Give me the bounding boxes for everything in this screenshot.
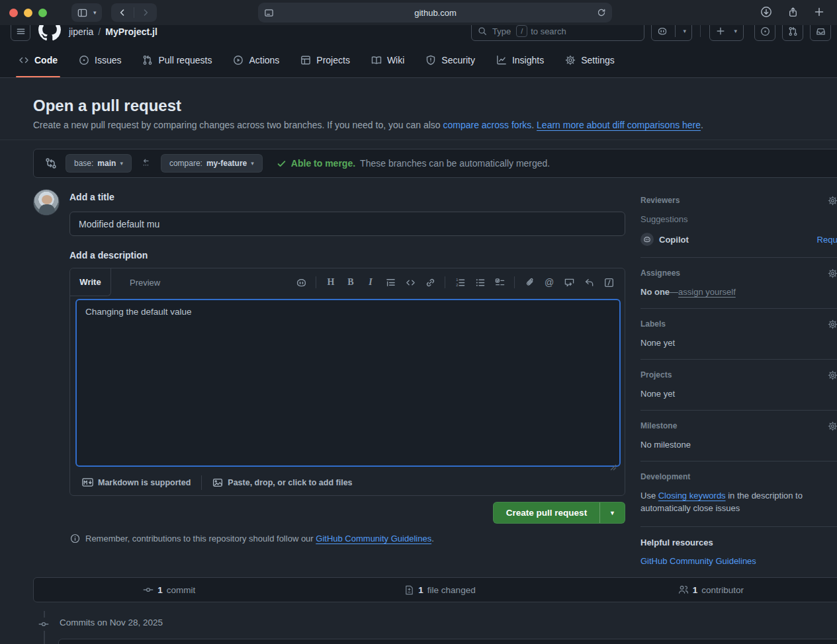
editor-tabs: Write Preview H B I [70, 268, 625, 296]
tab-pull-requests[interactable]: Pull requests [133, 43, 221, 77]
italic-button[interactable]: I [361, 273, 380, 292]
reload-icon[interactable] [597, 8, 606, 17]
github-header: jiperia / MyProject.jl Type / to search … [0, 25, 837, 78]
commit-list-box [58, 639, 837, 644]
projects-title: Projects [640, 370, 672, 380]
new-tab-button[interactable] [808, 3, 830, 21]
quote-button[interactable] [381, 273, 400, 292]
toolbar-divider [514, 276, 515, 288]
heading-button[interactable]: H [322, 273, 340, 292]
gear-icon [565, 55, 576, 65]
address-bar[interactable]: github.com [258, 3, 612, 22]
gear-icon[interactable] [828, 319, 837, 329]
svg-text:2: 2 [456, 283, 458, 287]
files-changed-stat[interactable]: 1 file changed [304, 578, 575, 602]
community-guidelines-link[interactable]: GitHub Community Guidelines [316, 534, 431, 543]
link-button[interactable] [421, 273, 439, 292]
mention-button[interactable]: @ [540, 273, 558, 292]
search-placeholder: Type [492, 26, 511, 36]
task-list-icon [495, 278, 505, 288]
development-help-text: Use Closing keywords in the description … [640, 490, 806, 515]
helpful-resources-title: Helpful resources [640, 538, 837, 547]
breadcrumb-repo[interactable]: MyProject.jl [105, 26, 157, 37]
create-pull-request-button[interactable]: Create pull request ▼ [493, 502, 625, 524]
tab-wiki[interactable]: Wiki [362, 43, 414, 77]
copilot-icon [657, 26, 668, 36]
back-button[interactable] [111, 3, 134, 22]
task-list-button[interactable] [490, 273, 509, 292]
reply-button[interactable] [580, 273, 598, 292]
tab-insights[interactable]: Insights [487, 43, 553, 77]
tab-issues[interactable]: Issues [69, 43, 130, 77]
numbered-list-button[interactable]: 1 2 [451, 273, 469, 292]
share-button[interactable] [781, 3, 804, 21]
copilot-suggestion-row: Copilot Request [640, 233, 837, 246]
create-pr-dropdown[interactable]: ▼ [599, 503, 625, 523]
pr-title-input[interactable] [69, 212, 625, 236]
commit-icon [143, 584, 154, 595]
gear-icon[interactable] [828, 196, 837, 206]
tab-security[interactable]: Security [416, 43, 484, 77]
gear-icon[interactable] [828, 421, 837, 431]
labels-section: Labels None yet [640, 319, 837, 360]
page-subtitle: Create a new pull request by comparing c… [33, 120, 703, 130]
slash-commands-button[interactable] [599, 273, 618, 292]
tab-preview[interactable]: Preview [111, 268, 179, 296]
diff-comparisons-link[interactable]: Learn more about diff comparisons here [537, 120, 701, 130]
tab-actions[interactable]: Actions [224, 43, 288, 77]
cross-reference-button[interactable] [560, 273, 578, 292]
minimize-window-button[interactable] [24, 9, 32, 17]
github-pull-request-page: ▾ github.com [0, 0, 837, 644]
request-review-link[interactable]: Request [817, 235, 837, 245]
tab-code[interactable]: Code [9, 43, 67, 77]
code-button[interactable] [401, 273, 419, 292]
copilot-actions-button[interactable] [292, 273, 310, 292]
bold-button[interactable]: B [341, 273, 360, 292]
base-branch-selector[interactable]: base: main ▾ [66, 154, 132, 173]
sidebar-toggle-button[interactable]: ▾ [71, 3, 102, 22]
book-icon [371, 55, 382, 65]
closing-keywords-link[interactable]: Closing keywords [658, 491, 726, 501]
milestone-section: Milestone No milestone [640, 421, 837, 462]
markdown-supported[interactable]: Markdown is supported [82, 478, 191, 487]
compare-branch-selector[interactable]: compare: my-feature ▾ [161, 154, 263, 173]
inbox-icon [816, 26, 826, 36]
copilot-icon [643, 235, 651, 243]
people-icon [678, 584, 689, 595]
helpful-guidelines-link[interactable]: GitHub Community Guidelines [640, 556, 837, 566]
no-assignee-text: No one [640, 287, 670, 297]
gear-icon[interactable] [828, 268, 837, 278]
contributors-stat[interactable]: 1 contributor [576, 578, 837, 602]
browser-chrome: ▾ github.com [0, 0, 837, 25]
tab-write[interactable]: Write [70, 268, 111, 296]
assign-yourself-link[interactable]: assign yourself [678, 287, 736, 297]
gear-icon[interactable] [828, 370, 837, 380]
maximize-window-button[interactable] [38, 9, 47, 17]
bulleted-list-button[interactable] [470, 273, 489, 292]
search-icon [478, 26, 487, 36]
commit-icon [36, 618, 52, 631]
milestone-title: Milestone [640, 421, 677, 430]
tab-settings[interactable]: Settings [556, 43, 624, 77]
quote-icon [386, 278, 396, 288]
info-icon [70, 534, 80, 543]
breadcrumb-owner[interactable]: jiperia [69, 26, 93, 37]
editor-footer: Markdown is supported Paste, drop, or cl… [70, 469, 625, 495]
forward-button[interactable] [134, 3, 157, 22]
page-settings-icon[interactable] [264, 8, 274, 18]
downloads-button[interactable] [755, 3, 777, 21]
copilot-avatar [640, 233, 654, 246]
toolbar-divider [316, 276, 316, 288]
tab-projects[interactable]: Projects [291, 43, 359, 77]
commits-stat[interactable]: 1 commit [34, 578, 304, 602]
compare-across-forks-link[interactable]: compare across forks [443, 120, 531, 130]
page-title: Open a pull request [33, 97, 181, 115]
attach-file-button[interactable] [520, 273, 539, 292]
avatar [33, 189, 60, 216]
pr-description-textarea[interactable]: Changing the default value [75, 299, 621, 467]
attach-files-area[interactable]: Paste, drop, or click to add files [212, 477, 352, 488]
markdown-icon [82, 478, 93, 487]
close-window-button[interactable] [9, 9, 18, 17]
description-editor: Write Preview H B I [69, 268, 625, 496]
projects-empty: None yet [640, 389, 837, 399]
